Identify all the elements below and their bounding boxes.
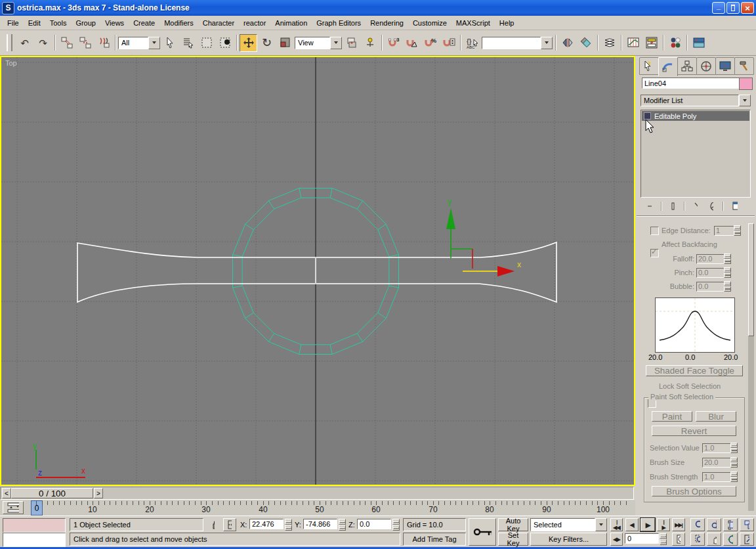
- bubble-field[interactable]: 0.0: [696, 282, 725, 292]
- next-frame-button[interactable]: |▶: [657, 518, 670, 531]
- menu-customize[interactable]: Customize: [408, 16, 452, 30]
- z-coordinate-field[interactable]: 0.0: [357, 519, 391, 529]
- tab-hierarchy[interactable]: [677, 57, 697, 75]
- menu-edit[interactable]: Edit: [24, 16, 45, 30]
- remove-modifier-button[interactable]: [705, 200, 718, 212]
- align-button[interactable]: [577, 34, 595, 52]
- min-max-toggle-button[interactable]: [740, 533, 754, 546]
- tab-utilities[interactable]: [734, 57, 754, 75]
- make-unique-button[interactable]: [689, 200, 702, 212]
- pinch-field[interactable]: 0.0: [696, 268, 725, 278]
- select-and-link-button[interactable]: [58, 34, 75, 52]
- frame-spinner[interactable]: [660, 533, 667, 545]
- brush-size-field[interactable]: 20.0: [702, 458, 731, 468]
- menu-views[interactable]: Views: [100, 16, 129, 30]
- menu-create[interactable]: Create: [129, 16, 159, 30]
- affect-backfacing-checkbox[interactable]: [650, 249, 659, 257]
- auto-key-button[interactable]: Auto Key: [498, 518, 528, 531]
- undo-button[interactable]: ↶: [16, 34, 33, 52]
- selection-lock-toggle[interactable]: [207, 518, 219, 531]
- menu-modifiers[interactable]: Modifiers: [159, 16, 198, 30]
- menu-graph-editors[interactable]: Graph Editors: [312, 16, 366, 30]
- zoom-extents-button[interactable]: [723, 518, 738, 531]
- previous-frame-button[interactable]: ◀|: [625, 518, 639, 531]
- revert-button[interactable]: Revert: [652, 426, 736, 436]
- key-mode-toggle-button[interactable]: ◀▶: [610, 533, 623, 546]
- reference-coordinate-system-dropdown[interactable]: View: [295, 37, 342, 49]
- selection-filter-dropdown[interactable]: All: [118, 37, 160, 49]
- angle-snap-toggle-button[interactable]: [403, 34, 421, 52]
- time-configuration-button[interactable]: [672, 533, 685, 546]
- add-time-tag[interactable]: Add Time Tag: [403, 533, 466, 546]
- time-step-back-button[interactable]: <: [2, 488, 11, 498]
- brush-size-spinner[interactable]: [730, 457, 738, 468]
- mirror-button[interactable]: [558, 34, 576, 52]
- restore-button[interactable]: [726, 2, 740, 14]
- tab-display[interactable]: [715, 57, 735, 75]
- rectangular-selection-region-button[interactable]: [198, 34, 215, 52]
- select-and-rotate-button[interactable]: ↻: [258, 34, 276, 52]
- z-spinner[interactable]: [392, 519, 400, 531]
- select-and-manipulate-button[interactable]: [361, 34, 379, 52]
- window-crossing-toggle-button[interactable]: [216, 34, 234, 52]
- close-button[interactable]: ×: [741, 2, 754, 14]
- modifier-list-dropdown[interactable]: Modifier List: [640, 95, 751, 106]
- blur-button[interactable]: Blur: [696, 411, 736, 422]
- x-coordinate-field[interactable]: 22.476: [249, 519, 284, 529]
- time-slider-handle[interactable]: 0 / 100: [11, 488, 93, 498]
- maxscript-mini-listener-pink[interactable]: [3, 518, 66, 533]
- falloff-spinner[interactable]: [724, 253, 731, 264]
- snaps-toggle-button[interactable]: 3: [385, 34, 402, 52]
- key-filters-button[interactable]: Key Filters...: [530, 533, 607, 546]
- brush-strength-field[interactable]: 1.0: [702, 472, 731, 482]
- edge-distance-spinner[interactable]: [734, 225, 741, 236]
- menu-reactor[interactable]: reactor: [239, 16, 270, 30]
- y-spinner[interactable]: [339, 519, 346, 531]
- configure-modifier-sets-button[interactable]: [728, 200, 742, 212]
- modifier-stack-row[interactable]: Editable Poly: [642, 111, 749, 121]
- brush-strength-spinner[interactable]: [730, 472, 738, 482]
- select-and-scale-button[interactable]: [276, 34, 294, 52]
- viewport-label[interactable]: Top: [5, 59, 17, 67]
- tab-create[interactable]: [639, 57, 659, 75]
- menu-tools[interactable]: Tools: [45, 16, 72, 30]
- selection-value-field[interactable]: 1.0: [702, 443, 731, 453]
- time-slider-track[interactable]: < 0 / 100 >: [0, 487, 634, 500]
- key-filter-scope-dropdown[interactable]: Selected: [530, 518, 607, 531]
- toolbar-handle[interactable]: [7, 34, 12, 51]
- edge-distance-field[interactable]: 1: [714, 226, 735, 236]
- brush-options-button[interactable]: Brush Options: [652, 486, 736, 496]
- paint-button[interactable]: Paint: [652, 411, 692, 422]
- select-and-move-button[interactable]: [240, 34, 257, 52]
- edit-named-selection-sets-button[interactable]: {}ABC: [463, 34, 481, 52]
- chevron-down-icon[interactable]: [739, 95, 751, 106]
- tab-modify[interactable]: [658, 57, 678, 76]
- current-frame-marker[interactable]: 0: [31, 500, 43, 516]
- pinch-spinner[interactable]: [724, 267, 731, 278]
- select-object-button[interactable]: [161, 34, 178, 52]
- time-step-forward-button[interactable]: >: [94, 488, 103, 498]
- show-end-result-button[interactable]: [666, 200, 679, 212]
- pan-view-button[interactable]: [707, 533, 721, 546]
- use-pivot-point-center-button[interactable]: [343, 34, 360, 52]
- track-bar-ruler[interactable]: 0 10 20 30 40 50 60 70 80 90 100 0: [28, 500, 635, 516]
- menu-character[interactable]: Character: [198, 16, 239, 30]
- goto-start-button[interactable]: |◀◀: [610, 518, 623, 531]
- named-selection-sets-dropdown[interactable]: [482, 37, 553, 49]
- chevron-down-icon[interactable]: [595, 518, 607, 531]
- zoom-button[interactable]: [690, 518, 705, 531]
- shaded-face-toggle-button[interactable]: Shaded Face Toggle: [646, 365, 743, 376]
- menu-help[interactable]: Help: [495, 16, 519, 30]
- selection-value-spinner[interactable]: [730, 443, 738, 453]
- curve-editor-button[interactable]: [624, 34, 642, 52]
- menu-animation[interactable]: Animation: [270, 16, 312, 30]
- track-bar[interactable]: 0 10 20 30 40 50 60 70 80 90 100 0: [0, 500, 635, 516]
- y-coordinate-field[interactable]: -74.866: [303, 519, 337, 529]
- edge-distance-checkbox[interactable]: [650, 227, 659, 235]
- panel-scrollbar-thumb[interactable]: [748, 223, 754, 336]
- unlink-selection-button[interactable]: [76, 34, 94, 52]
- zoom-all-button[interactable]: [707, 518, 721, 531]
- panel-scrollbar[interactable]: [748, 223, 754, 511]
- bind-to-space-warp-button[interactable]: [94, 34, 112, 52]
- chevron-down-icon[interactable]: [148, 37, 160, 49]
